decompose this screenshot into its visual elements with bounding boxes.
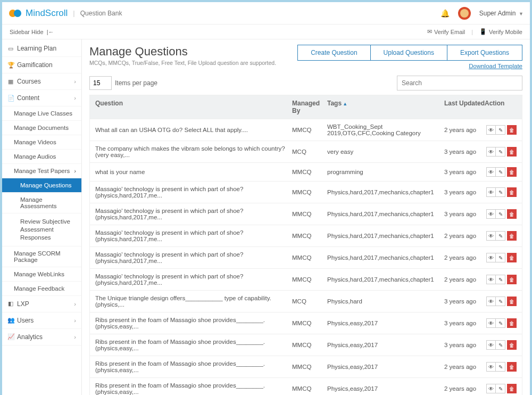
avatar[interactable] [458, 7, 471, 20]
cell-updated: 3 years ago [444, 298, 485, 305]
file-icon: 📄 [7, 95, 14, 102]
cell-managed-by: MMCQ [292, 342, 327, 348]
sidebar-sub-videos[interactable]: Manage Videos [2, 135, 81, 150]
delete-button[interactable]: 🗑 [507, 362, 517, 372]
create-question-button[interactable]: Create Question [298, 45, 370, 60]
page-subtitle: MCQs, MMCQs, True/False, Free Text, File… [89, 60, 276, 66]
edit-button[interactable]: ✎ [496, 231, 505, 241]
sidebar-item-gamification[interactable]: 🏆Gamification [2, 57, 81, 73]
edit-button[interactable]: ✎ [496, 125, 505, 135]
cell-updated: 2 years ago [444, 385, 485, 392]
edit-button[interactable]: ✎ [496, 209, 505, 219]
view-button[interactable]: 👁 [486, 384, 496, 393]
cell-managed-by: MCQ [292, 149, 327, 155]
cell-tags: very easy [327, 149, 444, 155]
export-questions-button[interactable]: Export Questions [447, 45, 522, 60]
cell-updated: 2 years ago [444, 276, 485, 283]
edit-button[interactable]: ✎ [496, 147, 505, 157]
delete-button[interactable]: 🗑 [507, 297, 517, 306]
delete-button[interactable]: 🗑 [507, 275, 517, 284]
delete-button[interactable]: 🗑 [507, 125, 517, 135]
sidebar-item-courses[interactable]: ▦Courses› [2, 73, 81, 90]
sort-asc-icon: ▲ [343, 101, 347, 106]
cell-managed-by: MMCQ [292, 385, 327, 392]
delete-button[interactable]: 🗑 [507, 340, 517, 350]
search-input[interactable] [397, 76, 522, 90]
view-button[interactable]: 👁 [486, 125, 496, 135]
delete-button[interactable]: 🗑 [507, 253, 517, 262]
cell-managed-by: MMCQ [292, 254, 327, 261]
sidebar-sub-scorm[interactable]: Manage SCORM Package [2, 246, 81, 267]
cell-question: Massagio' technology is present in which… [95, 251, 292, 264]
col-managed-by[interactable]: Managed By [292, 100, 327, 114]
sidebar-hide-button[interactable]: Sidebar Hide |← [10, 29, 54, 35]
table-row: Ribs present in the foam of Massagio sho… [90, 377, 522, 395]
view-button[interactable]: 👁 [486, 147, 496, 157]
view-button[interactable]: 👁 [486, 297, 496, 306]
download-template-link[interactable]: Download Template [469, 63, 522, 69]
delete-button[interactable]: 🗑 [507, 231, 517, 241]
cell-tags: programming [327, 169, 444, 175]
verify-mobile-link[interactable]: 📱 Verify Mobile [479, 28, 522, 35]
edit-button[interactable]: ✎ [496, 253, 505, 262]
cell-managed-by: MMCQ [292, 169, 327, 175]
view-button[interactable]: 👁 [486, 187, 496, 197]
cell-managed-by: MMCQ [292, 127, 327, 133]
content-area: Manage Questions MCQs, MMCQs, True/False… [82, 39, 530, 395]
view-button[interactable]: 👁 [486, 209, 496, 219]
delete-button[interactable]: 🗑 [507, 147, 517, 157]
view-button[interactable]: 👁 [486, 253, 496, 262]
items-per-page-input[interactable] [89, 76, 112, 90]
delete-button[interactable]: 🗑 [507, 318, 517, 328]
view-button[interactable]: 👁 [486, 340, 496, 350]
cell-managed-by: MMCQ [292, 276, 327, 283]
actions-box: Create Question Upload Questions Export … [297, 45, 522, 61]
sidebar-sub-audios[interactable]: Manage Audios [2, 150, 81, 164]
sidebar-sub2-manage-questions[interactable]: Manage Questions [2, 178, 81, 193]
sidebar-item-users[interactable]: 👥Users› [2, 312, 81, 329]
sidebar-item-learning-plan[interactable]: ▭Learning Plan [2, 40, 81, 57]
sidebar-sub-live-classes[interactable]: Manage Live Classes [2, 106, 81, 121]
delete-button[interactable]: 🗑 [507, 187, 517, 197]
edit-button[interactable]: ✎ [496, 362, 505, 372]
edit-button[interactable]: ✎ [496, 297, 505, 306]
sidebar-sub2-manage-assessments[interactable]: Manage Assessments [2, 193, 81, 213]
sidebar-item-analytics[interactable]: 📈Analytics› [2, 329, 81, 345]
cell-updated: 3 years ago [444, 149, 485, 155]
sidebar-sub-feedback[interactable]: Manage Feedback [2, 282, 81, 296]
sidebar-sub-weblinks[interactable]: Manage WebLinks [2, 267, 81, 282]
sidebar-item-content[interactable]: 📄Content› [2, 90, 81, 106]
edit-button[interactable]: ✎ [496, 340, 505, 350]
view-button[interactable]: 👁 [486, 275, 496, 284]
verify-email-link[interactable]: ✉ Verify Email [427, 28, 465, 35]
col-last-updated[interactable]: Last Updated [444, 100, 485, 114]
col-tags[interactable]: Tags▲ [327, 100, 444, 114]
view-button[interactable]: 👁 [486, 362, 496, 372]
questions-table: Question Managed By Tags▲ Last Updated A… [89, 95, 522, 395]
delete-button[interactable]: 🗑 [507, 167, 517, 177]
view-button[interactable]: 👁 [486, 318, 496, 328]
sidebar-sub-test-papers[interactable]: Manage Test Papers› [2, 164, 81, 178]
user-menu[interactable]: Super Admin ▼ [479, 9, 523, 17]
upload-questions-button[interactable]: Upload Questions [371, 45, 447, 60]
chevron-right-icon: › [74, 95, 76, 101]
bell-icon[interactable]: 🔔 [440, 9, 450, 18]
sidebar-sub-documents[interactable]: Manage Documents [2, 121, 81, 135]
edit-button[interactable]: ✎ [496, 318, 505, 328]
edit-button[interactable]: ✎ [496, 384, 505, 393]
view-button[interactable]: 👁 [486, 231, 496, 241]
table-row: Massagio' technology is present in which… [90, 181, 522, 203]
sidebar-sub2-review-subjective[interactable]: Review Subjective Assessment Responses [2, 213, 81, 246]
cell-question: what is your name [95, 169, 292, 175]
cell-managed-by: MMCQ [292, 211, 327, 217]
delete-button[interactable]: 🗑 [507, 384, 517, 393]
cell-tags: Physics,hard,2017,mechanics,chapter1 [327, 276, 444, 283]
logo[interactable]: MindScroll [9, 8, 68, 19]
sidebar-item-lxp[interactable]: ◧LXP› [2, 296, 81, 312]
edit-button[interactable]: ✎ [496, 187, 505, 197]
edit-button[interactable]: ✎ [496, 167, 505, 177]
col-question[interactable]: Question [95, 100, 292, 114]
delete-button[interactable]: 🗑 [507, 209, 517, 219]
view-button[interactable]: 👁 [486, 167, 496, 177]
edit-button[interactable]: ✎ [496, 275, 505, 284]
